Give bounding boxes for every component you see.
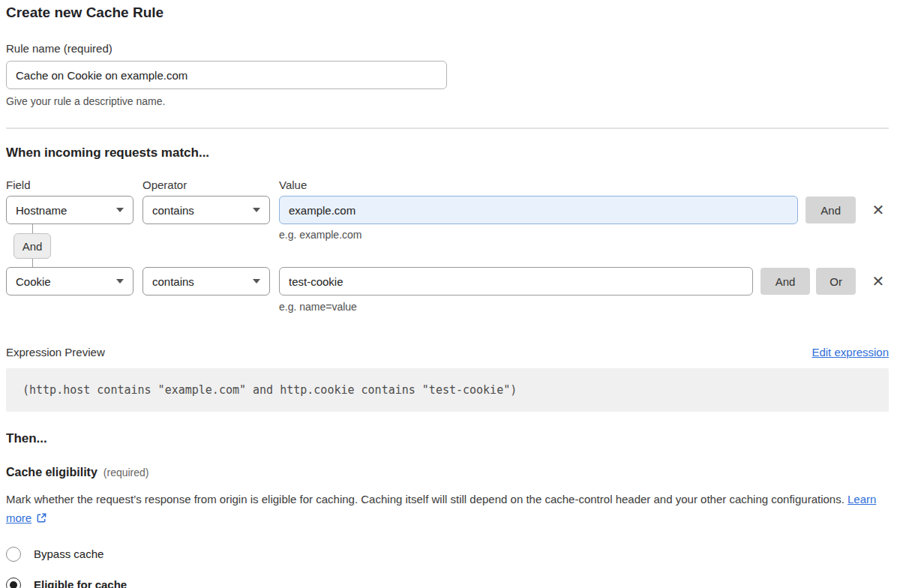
- cache-eligibility-title: Cache eligibility: [6, 466, 98, 479]
- cache-eligibility-heading: Cache eligibility (required): [6, 466, 889, 479]
- condition-row: Cookie contains And Or ✕: [6, 267, 889, 296]
- cache-eligibility-description: Mark whether the request’s response from…: [6, 490, 889, 530]
- remove-condition-icon[interactable]: ✕: [868, 200, 889, 220]
- radio-option-label: Bypass cache: [34, 548, 104, 560]
- condition-column-labels: Field Operator Value: [6, 178, 889, 191]
- operator-select-value: contains: [152, 275, 194, 288]
- value-column-label: Value: [279, 178, 307, 191]
- add-or-condition-button[interactable]: Or: [816, 268, 856, 295]
- external-link-icon: [36, 511, 47, 530]
- connector-line: [32, 224, 33, 233]
- expression-preview-label: Expression Preview: [6, 346, 105, 358]
- condition-row: Hostname contains And ✕: [6, 196, 889, 224]
- value-hint: e.g. example.com: [279, 229, 362, 241]
- rule-name-label: Rule name (required): [6, 42, 889, 55]
- description-text: Mark whether the request’s response from…: [6, 493, 848, 506]
- section-divider: [6, 128, 889, 129]
- match-heading: When incoming requests match...: [6, 146, 889, 160]
- field-select-value: Hostname: [16, 204, 67, 217]
- then-heading: Then...: [6, 431, 889, 446]
- chevron-down-icon: [253, 208, 260, 212]
- field-select[interactable]: Hostname: [6, 196, 134, 224]
- radio-option-label: Eligible for cache: [34, 578, 127, 588]
- radio-option-eligible-for-cache[interactable]: Eligible for cache: [6, 578, 889, 588]
- add-and-condition-button[interactable]: And: [760, 268, 811, 295]
- page-title: Create new Cache Rule: [6, 4, 889, 21]
- remove-condition-icon[interactable]: ✕: [868, 271, 889, 292]
- connector-and-chip[interactable]: And: [14, 233, 51, 259]
- radio-option-bypass-cache[interactable]: Bypass cache: [6, 547, 889, 562]
- operator-select[interactable]: contains: [142, 196, 270, 224]
- condition-connector-area: And e.g. example.com: [6, 224, 889, 267]
- operator-select[interactable]: contains: [142, 267, 270, 296]
- value-hint: e.g. name=value: [279, 301, 889, 313]
- radio-unselected-icon[interactable]: [6, 547, 21, 562]
- radio-selected-icon[interactable]: [6, 578, 21, 588]
- rule-name-input[interactable]: [6, 61, 447, 89]
- value-input[interactable]: [279, 267, 753, 296]
- required-note: (required): [104, 466, 149, 478]
- field-column-label: Field: [6, 178, 142, 191]
- field-select-value: Cookie: [16, 275, 51, 288]
- operator-column-label: Operator: [142, 178, 279, 191]
- create-cache-rule-page: Create new Cache Rule Rule name (require…: [0, 0, 900, 588]
- connector-line: [32, 259, 33, 267]
- add-and-condition-button[interactable]: And: [806, 196, 856, 224]
- operator-select-value: contains: [152, 204, 194, 217]
- value-input[interactable]: [279, 196, 798, 224]
- edit-expression-link[interactable]: Edit expression: [812, 346, 889, 358]
- expression-preview-header: Expression Preview Edit expression: [6, 346, 889, 358]
- expression-code: (http.host contains "example.com" and ht…: [6, 368, 889, 412]
- rule-name-help: Give your rule a descriptive name.: [6, 95, 889, 107]
- chevron-down-icon: [253, 279, 260, 284]
- field-select[interactable]: Cookie: [6, 267, 134, 296]
- chevron-down-icon: [116, 208, 124, 212]
- chevron-down-icon: [116, 279, 124, 284]
